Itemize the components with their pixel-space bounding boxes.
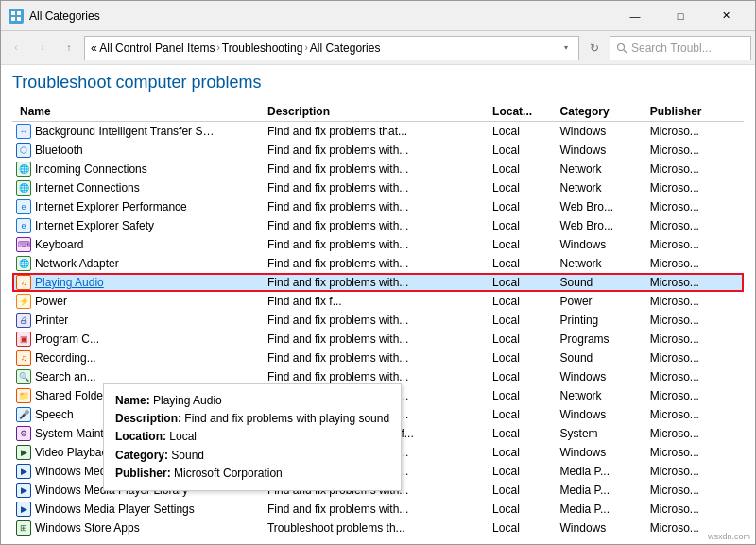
cell-desc: Find and fix problems with... xyxy=(260,273,485,292)
cell-pub: Microso... xyxy=(643,292,744,311)
cell-cat: Network xyxy=(553,386,643,405)
row-name-text: Incoming Connections xyxy=(35,162,147,176)
refresh-button[interactable]: ↻ xyxy=(583,37,606,60)
maximize-button[interactable]: □ xyxy=(659,1,702,31)
table-row[interactable]: ♫Playing AudioFind and fix problems with… xyxy=(12,273,744,292)
close-button[interactable]: ✕ xyxy=(704,1,747,31)
row-name-text: Keyboard xyxy=(35,238,83,251)
page-title: Troubleshoot computer problems xyxy=(12,73,744,93)
cell-cat: Windows xyxy=(553,405,643,424)
row-icon: ⊞ xyxy=(16,520,31,536)
row-icon: ⌨ xyxy=(16,237,31,252)
table-row[interactable]: ♫Recording...Find and fix problems with.… xyxy=(12,349,744,367)
address-bar[interactable]: « All Control Panel Items › Troubleshoot… xyxy=(84,36,579,60)
row-icon: ⚙ xyxy=(16,426,31,441)
minimize-button[interactable]: — xyxy=(613,1,657,31)
tooltip-popup: Name: Playing Audio Description: Find an… xyxy=(103,383,402,491)
cell-pub: Microso... xyxy=(643,179,744,197)
cell-desc: Find and fix problems that... xyxy=(260,122,485,142)
forward-button[interactable]: › xyxy=(31,37,54,60)
watermark: wsxdn.com xyxy=(708,532,750,541)
search-icon xyxy=(616,43,627,54)
cell-cat: Sound xyxy=(553,273,643,292)
table-row[interactable]: ↔Background Intelligent Transfer Service… xyxy=(12,122,744,142)
table-row[interactable]: 🌐Incoming ConnectionsFind and fix proble… xyxy=(12,160,744,179)
table-header-row: Name Description Locat... Category Publi… xyxy=(12,102,744,122)
table-row[interactable]: ▣Program C...Find and fix problems with.… xyxy=(12,330,744,349)
table-row[interactable]: ⬡BluetoothFind and fix problems with...L… xyxy=(12,141,744,160)
cell-cat: Windows xyxy=(553,367,643,386)
cell-loc: Local xyxy=(485,424,552,443)
cell-pub: Microso... xyxy=(643,462,744,481)
cell-loc: Local xyxy=(485,160,552,179)
search-bar[interactable]: Search Troubl... xyxy=(610,36,751,60)
cell-desc: Find and fix problems with... xyxy=(260,197,485,216)
table-row[interactable]: ⚡PowerFind and fix f...LocalPowerMicroso… xyxy=(12,292,744,311)
cell-name: ⌨Keyboard xyxy=(12,235,220,254)
row-icon: ▶ xyxy=(16,502,31,517)
table-row[interactable]: ▶Windows Media Player SettingsFind and f… xyxy=(12,500,744,519)
row-name-text: Printer xyxy=(35,314,68,327)
tooltip-name-value: Playing Audio xyxy=(153,394,222,407)
tooltip-name-label: Name: xyxy=(115,394,153,407)
cell-desc: Find and fix problems with... xyxy=(260,160,485,179)
row-name-text: Network Adapter xyxy=(35,257,119,270)
cell-cat: Sound xyxy=(553,349,643,367)
cell-pub: Microso... xyxy=(643,197,744,216)
tooltip-cat-value: Sound xyxy=(171,449,204,462)
cell-cat: Printing xyxy=(553,311,643,330)
row-icon: e xyxy=(16,199,31,214)
col-header-cat: Category xyxy=(553,102,643,122)
cell-name: 🌐Internet Connections xyxy=(12,179,220,197)
row-name-text: Background Intelligent Transfer Service xyxy=(35,125,216,138)
tooltip-loc: Location: Local xyxy=(115,428,389,446)
cell-name: ⊞Windows Store Apps xyxy=(12,519,220,537)
cell-loc: Local xyxy=(485,349,552,367)
cell-name: 🌐Incoming Connections xyxy=(12,160,220,179)
cell-cat: Web Bro... xyxy=(553,197,643,216)
cell-loc: Local xyxy=(485,179,552,197)
window-title: All Categories xyxy=(29,9,613,23)
back-button[interactable]: ‹ xyxy=(5,37,27,60)
row-name-text: Bluetooth xyxy=(35,144,83,157)
up-button[interactable]: ↑ xyxy=(58,37,80,60)
table-row[interactable]: 🌐Internet ConnectionsFind and fix proble… xyxy=(12,179,744,197)
cell-cat: Windows xyxy=(553,519,643,537)
cell-desc: Find and fix f... xyxy=(260,292,485,311)
cell-name: eInternet Explorer Safety xyxy=(12,216,220,235)
address-dropdown-button[interactable]: ▾ xyxy=(559,43,573,52)
cell-pub: Microso... xyxy=(643,405,744,424)
row-icon: ♫ xyxy=(16,275,31,290)
cell-cat: Power xyxy=(553,292,643,311)
cell-pub: Microso... xyxy=(643,330,744,349)
row-name-text: Internet Connections xyxy=(35,181,140,195)
cell-pub: Microso... xyxy=(643,122,744,142)
tooltip-name: Name: Playing Audio xyxy=(115,392,389,410)
cell-name: ▶Windows Media Player Settings xyxy=(12,500,220,519)
table-row[interactable]: eInternet Explorer SafetyFind and fix pr… xyxy=(12,216,744,235)
table-row[interactable]: 🌐Network AdapterFind and fix problems wi… xyxy=(12,254,744,273)
row-name-text: Search an... xyxy=(35,370,96,383)
tooltip-pub: Publisher: Microsoft Corporation xyxy=(115,465,389,483)
tooltip-loc-label: Location: xyxy=(115,430,169,443)
table-row[interactable]: eInternet Explorer PerformanceFind and f… xyxy=(12,197,744,216)
cell-cat: Web Bro... xyxy=(553,216,643,235)
address-segment-2: Troubleshooting xyxy=(222,42,303,55)
table-row[interactable]: ⊞Windows Store AppsTroubleshoot problems… xyxy=(12,519,744,537)
title-bar: All Categories — □ ✕ xyxy=(1,1,755,31)
cell-name: 🖨Printer xyxy=(12,311,220,330)
cell-loc: Local xyxy=(485,254,552,273)
cell-cat: Media P... xyxy=(553,462,643,481)
svg-point-4 xyxy=(618,43,625,50)
cell-name: ♫Playing Audio xyxy=(12,273,220,292)
table-row[interactable]: 🖨PrinterFind and fix problems with...Loc… xyxy=(12,311,744,330)
svg-rect-1 xyxy=(17,11,21,15)
window-controls: — □ ✕ xyxy=(613,1,747,31)
row-name-text: Recording... xyxy=(35,351,96,365)
address-segment-3: All Categories xyxy=(310,42,381,55)
cell-loc: Local xyxy=(485,292,552,311)
table-row[interactable]: ⌨KeyboardFind and fix problems with...Lo… xyxy=(12,235,744,254)
cell-desc: Find and fix problems with... xyxy=(260,179,485,197)
row-icon: 🎤 xyxy=(16,407,31,422)
search-placeholder: Search Troubl... xyxy=(631,42,712,55)
